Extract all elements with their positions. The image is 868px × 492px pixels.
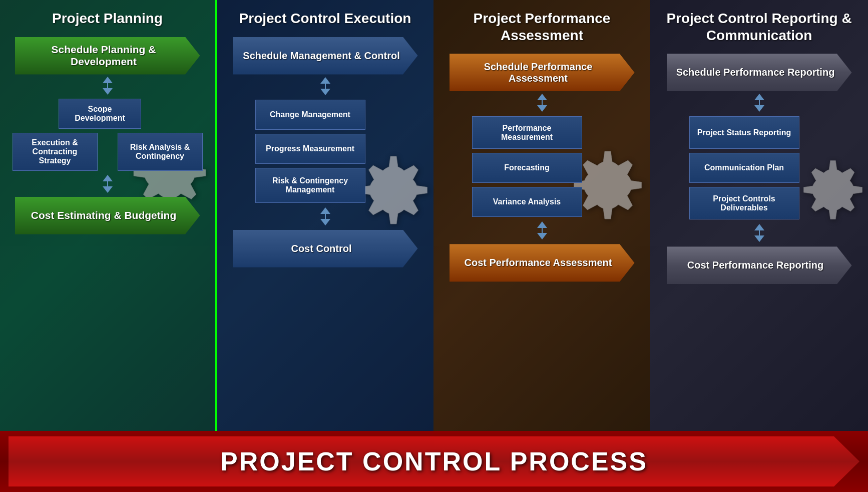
execution-contracting-box: Execution & Contracting Strategy	[13, 133, 98, 171]
col2-top-arrow: Schedule Management & Control	[233, 37, 418, 75]
col4-top-arrow: Schedule Performance Reporting	[667, 54, 852, 91]
col1-arrow1	[103, 77, 113, 95]
col2-arrow1	[320, 77, 330, 95]
col-project-control-reporting: Project Control Reporting & Communicatio…	[650, 0, 868, 431]
banner-arrow-shape: PROJECT CONTROL PROCESS	[9, 436, 859, 486]
variance-analysis-box: Variance Analysis	[472, 187, 582, 217]
col1-row1: Scope Development	[59, 99, 156, 129]
col1-title: Project Planning	[52, 10, 163, 27]
col4-boxes: Project Status Reporting Communication P…	[689, 116, 829, 219]
col2-boxes: Change Management Progress Measurement R…	[255, 100, 395, 203]
col2-title: Project Control Execution	[239, 10, 411, 27]
col3-arrow2	[537, 221, 547, 239]
project-status-reporting-box: Project Status Reporting	[689, 116, 799, 149]
scope-development-box: Scope Development	[59, 99, 141, 129]
col1-boxes: Execution & Contracting Strategy Risk An…	[13, 133, 203, 171]
col4-bottom-arrow: Cost Performance Reporting	[667, 247, 852, 284]
col1-arrow2	[103, 175, 113, 193]
col-project-planning: Project Planning Schedule Planning & Dev…	[0, 0, 217, 431]
col4-title: Project Control Reporting & Communicatio…	[658, 10, 860, 44]
col3-title: Project Performance Assessment	[441, 10, 643, 44]
risk-contingency-management-box: Risk & Contingency Management	[255, 168, 365, 203]
main-container: Project Planning Schedule Planning & Dev…	[0, 0, 868, 492]
col3-top-arrow: Schedule Performance Assessment	[450, 54, 635, 91]
progress-measurement-box: Progress Measurement	[255, 134, 365, 164]
risk-analysis-box: Risk Analysis & Contingency	[118, 133, 203, 171]
col2-arrow2	[320, 207, 330, 225]
col3-bottom-arrow: Cost Performance Assessment	[450, 244, 635, 282]
change-management-box: Change Management	[255, 100, 365, 130]
project-controls-deliverables-box: Project Controls Deliverables	[689, 187, 799, 219]
bottom-banner: PROJECT CONTROL PROCESS	[0, 431, 868, 492]
forecasting-box: Forecasting	[472, 153, 582, 183]
col-project-control-execution: Project Control Execution Schedule Manag…	[217, 0, 433, 431]
col4-arrow2	[754, 224, 764, 242]
col3-boxes: Performance Measurement Forecasting Vari…	[472, 116, 612, 217]
performance-measurement-box: Performance Measurement	[472, 116, 582, 149]
col-project-performance-assessment: Project Performance Assessment Schedule …	[433, 0, 650, 431]
columns-area: Project Planning Schedule Planning & Dev…	[0, 0, 868, 431]
communication-plan-box: Communication Plan	[689, 153, 799, 183]
col4-arrow1	[754, 94, 764, 112]
col2-bottom-arrow: Cost Control	[233, 230, 418, 268]
col1-bottom-arrow: Cost Estimating & Budgeting	[15, 197, 200, 234]
col1-top-arrow: Schedule Planning & Development	[15, 37, 200, 75]
col3-arrow1	[537, 94, 547, 112]
banner-text: PROJECT CONTROL PROCESS	[220, 446, 648, 476]
